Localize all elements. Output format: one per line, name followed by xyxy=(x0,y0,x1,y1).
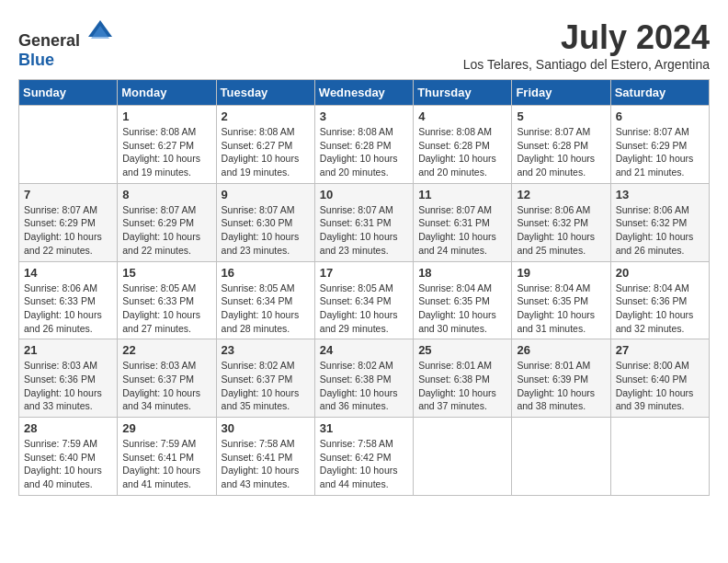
calendar-cell: 14Sunrise: 8:06 AMSunset: 6:33 PMDayligh… xyxy=(19,261,118,339)
calendar-cell xyxy=(512,418,610,496)
column-header-thursday: Thursday xyxy=(414,80,512,106)
cell-info: Sunrise: 8:08 AMSunset: 6:28 PMDaylight:… xyxy=(418,125,506,179)
day-number: 28 xyxy=(24,421,112,435)
day-number: 7 xyxy=(24,188,112,201)
cell-info: Sunrise: 8:08 AMSunset: 6:27 PMDaylight:… xyxy=(122,125,210,179)
column-header-wednesday: Wednesday xyxy=(314,80,413,106)
calendar-cell: 8Sunrise: 8:07 AMSunset: 6:29 PMDaylight… xyxy=(118,183,216,261)
day-number: 5 xyxy=(517,109,605,123)
cell-info: Sunrise: 8:06 AMSunset: 6:32 PMDaylight:… xyxy=(517,203,605,258)
calendar-cell: 17Sunrise: 8:05 AMSunset: 6:34 PMDayligh… xyxy=(314,261,413,339)
day-number: 10 xyxy=(320,188,408,201)
cell-info: Sunrise: 8:07 AMSunset: 6:28 PMDaylight:… xyxy=(517,125,605,179)
calendar-cell: 27Sunrise: 8:00 AMSunset: 6:40 PMDayligh… xyxy=(610,339,709,418)
day-number: 2 xyxy=(222,109,310,123)
calendar-cell: 10Sunrise: 8:07 AMSunset: 6:31 PMDayligh… xyxy=(314,183,413,261)
cell-info: Sunrise: 8:03 AMSunset: 6:36 PMDaylight:… xyxy=(24,359,112,413)
calendar-cell: 18Sunrise: 8:04 AMSunset: 6:35 PMDayligh… xyxy=(414,261,512,339)
column-header-monday: Monday xyxy=(118,80,216,106)
calendar-cell: 13Sunrise: 8:06 AMSunset: 6:32 PMDayligh… xyxy=(610,183,709,261)
day-number: 13 xyxy=(616,188,704,201)
calendar-cell: 22Sunrise: 8:03 AMSunset: 6:37 PMDayligh… xyxy=(118,339,216,418)
calendar-week-5: 28Sunrise: 7:59 AMSunset: 6:40 PMDayligh… xyxy=(19,418,710,496)
calendar-header-row: SundayMondayTuesdayWednesdayThursdayFrid… xyxy=(19,80,710,106)
cell-info: Sunrise: 8:01 AMSunset: 6:38 PMDaylight:… xyxy=(418,359,506,413)
cell-info: Sunrise: 8:02 AMSunset: 6:37 PMDaylight:… xyxy=(222,359,310,413)
cell-info: Sunrise: 8:08 AMSunset: 6:28 PMDaylight:… xyxy=(320,125,408,179)
day-number: 6 xyxy=(616,109,704,123)
calendar-cell xyxy=(19,106,118,184)
cell-info: Sunrise: 8:07 AMSunset: 6:31 PMDaylight:… xyxy=(320,203,408,258)
calendar-cell: 15Sunrise: 8:05 AMSunset: 6:33 PMDayligh… xyxy=(118,261,216,339)
day-number: 16 xyxy=(222,266,310,280)
day-number: 23 xyxy=(222,343,310,357)
month-year-title: July 2024 xyxy=(463,18,710,57)
day-number: 30 xyxy=(222,421,310,435)
cell-info: Sunrise: 8:07 AMSunset: 6:29 PMDaylight:… xyxy=(616,125,704,179)
cell-info: Sunrise: 8:01 AMSunset: 6:39 PMDaylight:… xyxy=(517,359,605,413)
day-number: 22 xyxy=(122,343,210,357)
cell-info: Sunrise: 8:04 AMSunset: 6:35 PMDaylight:… xyxy=(517,282,605,336)
calendar-cell: 19Sunrise: 8:04 AMSunset: 6:35 PMDayligh… xyxy=(512,261,610,339)
day-number: 9 xyxy=(222,188,310,201)
day-number: 8 xyxy=(122,188,210,201)
logo-general: General xyxy=(18,31,80,50)
calendar-cell: 25Sunrise: 8:01 AMSunset: 6:38 PMDayligh… xyxy=(414,339,512,418)
calendar-cell: 20Sunrise: 8:04 AMSunset: 6:36 PMDayligh… xyxy=(610,261,709,339)
cell-info: Sunrise: 8:00 AMSunset: 6:40 PMDaylight:… xyxy=(616,359,704,413)
calendar-cell: 29Sunrise: 7:59 AMSunset: 6:41 PMDayligh… xyxy=(118,418,216,496)
day-number: 3 xyxy=(320,109,408,123)
cell-info: Sunrise: 8:07 AMSunset: 6:31 PMDaylight:… xyxy=(418,203,506,258)
day-number: 20 xyxy=(616,266,704,280)
logo: General Blue xyxy=(18,18,114,70)
cell-info: Sunrise: 8:06 AMSunset: 6:33 PMDaylight:… xyxy=(24,282,112,336)
column-header-sunday: Sunday xyxy=(19,80,118,106)
day-number: 27 xyxy=(616,343,704,357)
calendar-week-4: 21Sunrise: 8:03 AMSunset: 6:36 PMDayligh… xyxy=(19,339,710,418)
calendar-cell: 3Sunrise: 8:08 AMSunset: 6:28 PMDaylight… xyxy=(314,106,413,184)
calendar-cell: 11Sunrise: 8:07 AMSunset: 6:31 PMDayligh… xyxy=(414,183,512,261)
calendar-cell: 30Sunrise: 7:58 AMSunset: 6:41 PMDayligh… xyxy=(216,418,314,496)
cell-info: Sunrise: 8:07 AMSunset: 6:30 PMDaylight:… xyxy=(222,203,310,258)
calendar-cell: 24Sunrise: 8:02 AMSunset: 6:38 PMDayligh… xyxy=(314,339,413,418)
calendar-week-2: 7Sunrise: 8:07 AMSunset: 6:29 PMDaylight… xyxy=(19,183,710,261)
calendar-cell: 4Sunrise: 8:08 AMSunset: 6:28 PMDaylight… xyxy=(414,106,512,184)
calendar-cell: 21Sunrise: 8:03 AMSunset: 6:36 PMDayligh… xyxy=(19,339,118,418)
day-number: 24 xyxy=(320,343,408,357)
cell-info: Sunrise: 8:04 AMSunset: 6:36 PMDaylight:… xyxy=(616,282,704,336)
title-block: July 2024 Los Telares, Santiago del Este… xyxy=(463,18,710,72)
cell-info: Sunrise: 8:06 AMSunset: 6:32 PMDaylight:… xyxy=(616,203,704,258)
day-number: 12 xyxy=(517,188,605,201)
column-header-friday: Friday xyxy=(512,80,610,106)
logo-blue: Blue xyxy=(18,51,54,69)
day-number: 19 xyxy=(517,266,605,280)
cell-info: Sunrise: 8:03 AMSunset: 6:37 PMDaylight:… xyxy=(122,359,210,413)
column-header-saturday: Saturday xyxy=(610,80,709,106)
day-number: 1 xyxy=(122,109,210,123)
calendar-cell xyxy=(414,418,512,496)
calendar-week-3: 14Sunrise: 8:06 AMSunset: 6:33 PMDayligh… xyxy=(19,261,710,339)
calendar-cell xyxy=(610,418,709,496)
calendar-cell: 5Sunrise: 8:07 AMSunset: 6:28 PMDaylight… xyxy=(512,106,610,184)
cell-info: Sunrise: 8:04 AMSunset: 6:35 PMDaylight:… xyxy=(418,282,506,336)
cell-info: Sunrise: 8:05 AMSunset: 6:34 PMDaylight:… xyxy=(222,282,310,336)
calendar-cell: 1Sunrise: 8:08 AMSunset: 6:27 PMDaylight… xyxy=(118,106,216,184)
page-header: General Blue July 2024 Los Telares, Sant… xyxy=(18,18,710,72)
calendar-cell: 9Sunrise: 8:07 AMSunset: 6:30 PMDaylight… xyxy=(216,183,314,261)
day-number: 29 xyxy=(122,421,210,435)
cell-info: Sunrise: 8:07 AMSunset: 6:29 PMDaylight:… xyxy=(122,203,210,258)
day-number: 25 xyxy=(418,343,506,357)
cell-info: Sunrise: 7:58 AMSunset: 6:42 PMDaylight:… xyxy=(320,437,408,491)
day-number: 15 xyxy=(122,266,210,280)
calendar-cell: 12Sunrise: 8:06 AMSunset: 6:32 PMDayligh… xyxy=(512,183,610,261)
day-number: 11 xyxy=(418,188,506,201)
calendar-cell: 7Sunrise: 8:07 AMSunset: 6:29 PMDaylight… xyxy=(19,183,118,261)
calendar-cell: 31Sunrise: 7:58 AMSunset: 6:42 PMDayligh… xyxy=(314,418,413,496)
calendar-cell: 16Sunrise: 8:05 AMSunset: 6:34 PMDayligh… xyxy=(216,261,314,339)
calendar-cell: 2Sunrise: 8:08 AMSunset: 6:27 PMDaylight… xyxy=(216,106,314,184)
day-number: 14 xyxy=(24,266,112,280)
location-subtitle: Los Telares, Santiago del Estero, Argent… xyxy=(463,57,710,72)
cell-info: Sunrise: 8:05 AMSunset: 6:33 PMDaylight:… xyxy=(122,282,210,336)
day-number: 31 xyxy=(320,421,408,435)
column-header-tuesday: Tuesday xyxy=(216,80,314,106)
